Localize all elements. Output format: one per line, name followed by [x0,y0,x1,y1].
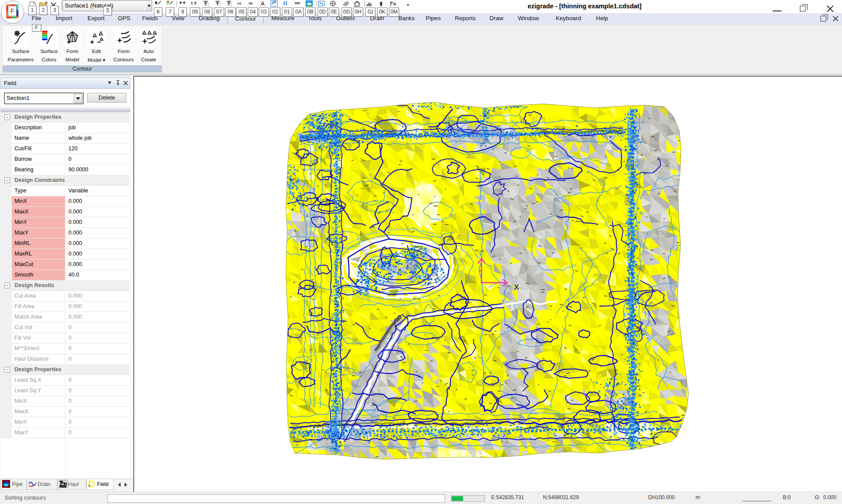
svg-text:co: co [237,1,241,5]
svg-text:X: X [514,283,519,291]
svg-text:de: de [249,1,253,5]
svg-text:1 3: 1 3 [191,1,196,5]
